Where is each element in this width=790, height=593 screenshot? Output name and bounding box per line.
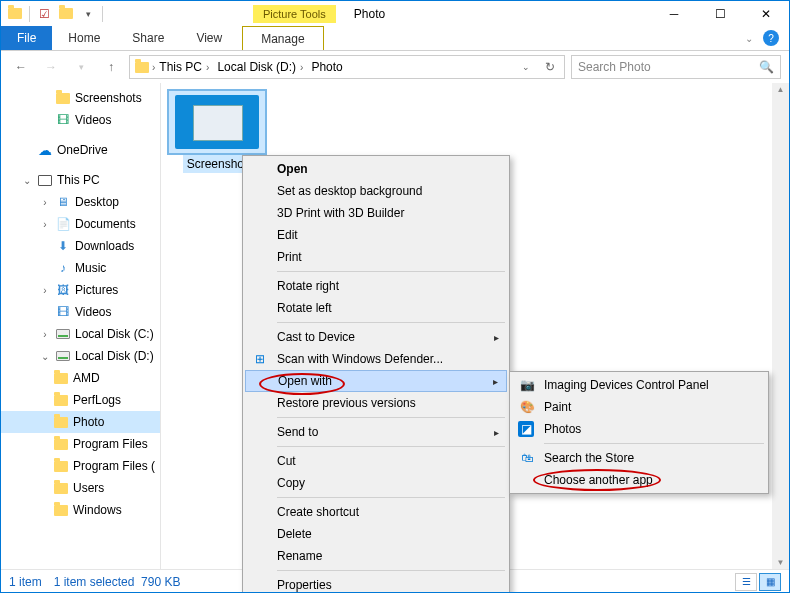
menu-print[interactable]: Print bbox=[245, 246, 507, 268]
tree-item-downloads[interactable]: ›⬇Downloads bbox=[1, 235, 160, 257]
submenu-open-with: 📷Imaging Devices Control Panel 🎨Paint ◪P… bbox=[509, 371, 769, 494]
menu-open-with[interactable]: Open with▸ bbox=[245, 370, 507, 392]
location-bar: ← → ▾ ↑ › This PC› Local Disk (D:)› Phot… bbox=[1, 51, 789, 83]
submenu-imaging-devices[interactable]: 📷Imaging Devices Control Panel bbox=[512, 374, 766, 396]
tree-item-users[interactable]: Users bbox=[1, 477, 160, 499]
submenu-paint[interactable]: 🎨Paint bbox=[512, 396, 766, 418]
tree-item-disk-c[interactable]: ›Local Disk (C:) bbox=[1, 323, 160, 345]
menu-properties[interactable]: Properties bbox=[245, 574, 507, 593]
thumbnail-image bbox=[175, 95, 259, 149]
quick-access-toolbar: ☑ ▾ bbox=[1, 6, 109, 22]
context-menu: Open Set as desktop background 3D Print … bbox=[242, 155, 510, 593]
tree-item-perflogs[interactable]: PerfLogs bbox=[1, 389, 160, 411]
tree-item-videos-qa[interactable]: ›🎞Videos bbox=[1, 109, 160, 131]
submenu-search-store[interactable]: 🛍Search the Store bbox=[512, 447, 766, 469]
close-button[interactable]: ✕ bbox=[743, 1, 789, 26]
menu-3d-print[interactable]: 3D Print with 3D Builder bbox=[245, 202, 507, 224]
menu-rotate-right[interactable]: Rotate right bbox=[245, 275, 507, 297]
maximize-button[interactable]: ☐ bbox=[697, 1, 743, 26]
menu-defender[interactable]: ⊞Scan with Windows Defender... bbox=[245, 348, 507, 370]
tab-view[interactable]: View bbox=[180, 26, 238, 50]
tree-item-photo[interactable]: Photo bbox=[1, 411, 160, 433]
qat-customize-icon[interactable]: ▾ bbox=[80, 6, 96, 22]
menu-cast[interactable]: Cast to Device▸ bbox=[245, 326, 507, 348]
navigation-pane: ›Screenshots ›🎞Videos ›☁OneDrive ⌄This P… bbox=[1, 83, 161, 569]
new-folder-icon[interactable] bbox=[58, 6, 74, 22]
tree-item-this-pc[interactable]: ⌄This PC bbox=[1, 169, 160, 191]
properties-icon[interactable]: ☑ bbox=[36, 6, 52, 22]
menu-delete[interactable]: Delete bbox=[245, 523, 507, 545]
camera-icon: 📷 bbox=[518, 376, 536, 394]
address-bar[interactable]: › This PC› Local Disk (D:)› Photo ⌄ ↻ bbox=[129, 55, 565, 79]
tree-item-program-files-x86[interactable]: Program Files ( bbox=[1, 455, 160, 477]
menu-copy[interactable]: Copy bbox=[245, 472, 507, 494]
submenu-choose-app[interactable]: Choose another app bbox=[512, 469, 766, 491]
ribbon-tabs: File Home Share View Manage ⌄ ? bbox=[1, 26, 789, 51]
menu-send-to[interactable]: Send to▸ bbox=[245, 421, 507, 443]
tab-share[interactable]: Share bbox=[116, 26, 180, 50]
status-item-count: 1 item bbox=[9, 575, 42, 589]
tree-item-documents[interactable]: ›📄Documents bbox=[1, 213, 160, 235]
menu-restore-versions[interactable]: Restore previous versions bbox=[245, 392, 507, 414]
tree-item-music[interactable]: ›♪Music bbox=[1, 257, 160, 279]
menu-set-wallpaper[interactable]: Set as desktop background bbox=[245, 180, 507, 202]
breadcrumb-segment[interactable]: Local Disk (D:)› bbox=[213, 60, 307, 74]
menu-edit[interactable]: Edit bbox=[245, 224, 507, 246]
tree-item-disk-d[interactable]: ⌄Local Disk (D:) bbox=[1, 345, 160, 367]
menu-cut[interactable]: Cut bbox=[245, 450, 507, 472]
thumbnails-view-button[interactable]: ▦ bbox=[759, 573, 781, 591]
address-dropdown-icon[interactable]: ⌄ bbox=[514, 55, 538, 79]
up-button[interactable]: ↑ bbox=[99, 55, 123, 79]
search-input[interactable]: Search Photo 🔍 bbox=[571, 55, 781, 79]
minimize-button[interactable]: ─ bbox=[651, 1, 697, 26]
scrollbar[interactable] bbox=[772, 83, 789, 569]
tree-item-amd[interactable]: AMD bbox=[1, 367, 160, 389]
tree-item-program-files[interactable]: Program Files bbox=[1, 433, 160, 455]
submenu-photos[interactable]: ◪Photos bbox=[512, 418, 766, 440]
refresh-button[interactable]: ↻ bbox=[538, 55, 562, 79]
ribbon-expand-icon[interactable]: ⌄ bbox=[745, 33, 753, 44]
tree-item-onedrive[interactable]: ›☁OneDrive bbox=[1, 139, 160, 161]
tab-manage[interactable]: Manage bbox=[242, 26, 323, 50]
photos-icon: ◪ bbox=[518, 421, 534, 437]
title-bar: ☑ ▾ Picture Tools Photo ─ ☐ ✕ bbox=[1, 1, 789, 26]
tree-item-pictures[interactable]: ›🖼Pictures bbox=[1, 279, 160, 301]
tree-item-videos[interactable]: ›🎞Videos bbox=[1, 301, 160, 323]
defender-icon: ⊞ bbox=[251, 350, 269, 368]
folder-icon bbox=[132, 57, 152, 77]
window-title: Photo bbox=[354, 7, 385, 21]
breadcrumb-segment[interactable]: This PC› bbox=[155, 60, 213, 74]
store-icon: 🛍 bbox=[518, 449, 536, 467]
breadcrumb-segment[interactable]: Photo bbox=[307, 60, 346, 74]
search-placeholder: Search Photo bbox=[578, 60, 651, 74]
status-selection: 1 item selected 790 KB bbox=[54, 575, 181, 589]
help-icon[interactable]: ? bbox=[763, 30, 779, 46]
tab-file[interactable]: File bbox=[1, 26, 52, 50]
contextual-tab-label: Picture Tools bbox=[253, 5, 336, 23]
tree-item-windows[interactable]: Windows bbox=[1, 499, 160, 521]
details-view-button[interactable]: ☰ bbox=[735, 573, 757, 591]
menu-shortcut[interactable]: Create shortcut bbox=[245, 501, 507, 523]
paint-icon: 🎨 bbox=[518, 398, 536, 416]
menu-open[interactable]: Open bbox=[245, 158, 507, 180]
folder-icon bbox=[7, 6, 23, 22]
recent-dropdown[interactable]: ▾ bbox=[69, 55, 93, 79]
menu-rename[interactable]: Rename bbox=[245, 545, 507, 567]
forward-button[interactable]: → bbox=[39, 55, 63, 79]
tree-item-screenshots[interactable]: ›Screenshots bbox=[1, 87, 160, 109]
back-button[interactable]: ← bbox=[9, 55, 33, 79]
search-icon: 🔍 bbox=[759, 60, 774, 74]
tab-home[interactable]: Home bbox=[52, 26, 116, 50]
menu-rotate-left[interactable]: Rotate left bbox=[245, 297, 507, 319]
tree-item-desktop[interactable]: ›🖥Desktop bbox=[1, 191, 160, 213]
